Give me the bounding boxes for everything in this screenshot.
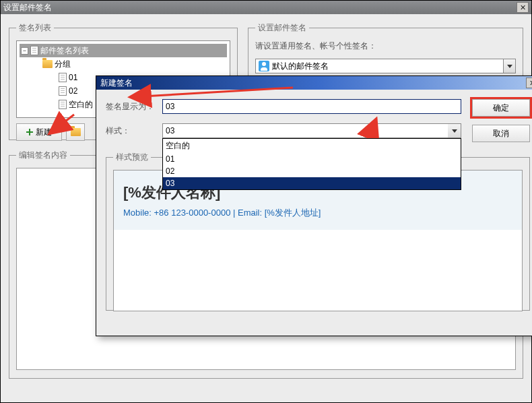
tree-root[interactable]: − 邮件签名列表 [20,44,227,57]
tree-group-label: 分组 [55,59,71,70]
new-signature-label: 新建 [36,127,52,138]
tree-group[interactable]: 分组 [20,57,227,71]
default-signature-value: 默认的邮件签名 [272,61,329,72]
new-folder-button[interactable] [66,123,85,141]
new-signature-button[interactable]: 新建 [16,123,62,141]
style-combobox[interactable]: 空白的 01 02 03 [162,123,461,138]
style-option[interactable]: 03 [163,177,461,189]
main-close-button[interactable]: ✕ [517,2,529,13]
preview-contact: Mobile: +86 123-0000-0000 | Email: [%发件人… [123,207,512,219]
dialog-body: 签名显示为： 样式： 空白的 01 02 03 [96,90,532,311]
list-icon [30,46,38,55]
style-option[interactable]: 01 [163,153,461,165]
collapse-icon[interactable]: − [21,47,28,55]
ok-button[interactable]: 确定 [472,99,530,117]
name-label: 签名显示为： [106,101,156,113]
user-icon [259,61,269,71]
cancel-button-label: 取消 [493,128,509,140]
style-option[interactable]: 02 [163,165,461,177]
signature-list-legend: 签名列表 [16,22,54,34]
style-option[interactable]: 空白的 [163,139,461,153]
chevron-down-icon [452,129,457,133]
default-signature-select[interactable]: 默认的邮件签名 [255,59,516,73]
cancel-button[interactable]: 取消 [472,125,530,142]
style-input[interactable] [162,123,448,138]
preview-box: [%发件人名称] Mobile: +86 123-0000-0000 | Ema… [113,170,523,311]
tree-root-label: 邮件签名列表 [40,45,89,57]
main-title: 设置邮件签名 [3,2,52,13]
name-row: 签名显示为： [106,99,461,114]
dialog-title: 新建签名 [100,78,133,89]
folder-icon [42,60,53,68]
plus-icon [26,129,33,135]
chevron-down-icon[interactable] [503,59,515,73]
document-icon [59,100,67,109]
signature-name-input[interactable] [162,99,461,114]
tree-item-label: 01 [69,73,77,82]
style-label: 样式： [106,125,156,137]
style-dropdown-list[interactable]: 空白的 01 02 03 [162,138,461,190]
style-dropdown-button[interactable] [448,123,461,138]
set-signature-legend: 设置邮件签名 [255,22,309,34]
document-icon [59,73,67,82]
tree-item-label: 02 [69,86,77,96]
new-signature-dialog: 新建签名 ✕ 签名显示为： 样式： 空白的 01 02 [96,75,532,336]
folder-icon [71,128,81,136]
main-titlebar: 设置邮件签名 ✕ [1,1,531,14]
dialog-close-button[interactable]: ✕ [526,78,532,88]
ok-button-label: 确定 [493,102,509,114]
set-signature-label: 请设置通用签名、帐号个性签名： [255,40,516,52]
style-row: 样式： 空白的 01 02 03 [106,123,461,138]
style-preview-legend: 样式预览 [113,152,151,163]
tree-item-label: 空白的 [69,99,93,111]
edit-content-legend: 编辑签名内容 [16,150,70,161]
dialog-titlebar[interactable]: 新建签名 ✕ [96,76,532,90]
document-icon [59,86,67,96]
